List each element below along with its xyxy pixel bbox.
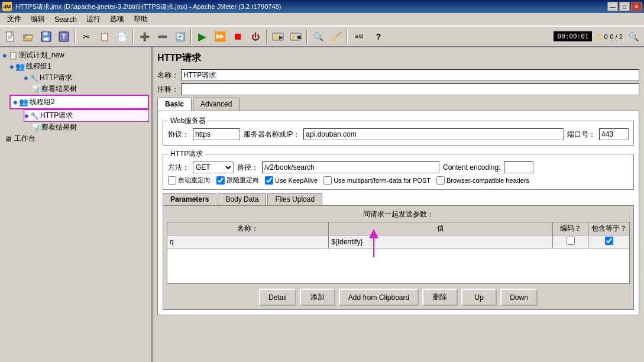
root-plan-icon: 📋 bbox=[8, 51, 18, 60]
encoding-input[interactable] bbox=[504, 161, 533, 173]
checkbox-multipart[interactable]: Use multipart/form-data for POST bbox=[323, 176, 431, 185]
protocol-input[interactable] bbox=[193, 128, 240, 140]
toggle-button[interactable]: 🔄 bbox=[171, 28, 188, 45]
minimize-button[interactable]: — bbox=[607, 2, 618, 11]
add-button[interactable]: 添加 bbox=[300, 289, 335, 306]
path-input[interactable] bbox=[262, 161, 439, 173]
svg-rect-7 bbox=[43, 37, 49, 41]
listener1-icon: 📊 bbox=[32, 85, 40, 93]
http1-icon: 🔧 bbox=[30, 74, 38, 82]
delete-button[interactable]: 删除 bbox=[422, 289, 458, 306]
tree-http2[interactable]: ◆ 🔧 HTTP请求 bbox=[24, 109, 149, 122]
menu-bar: 文件 编辑 Search 运行 选项 帮助 bbox=[0, 13, 644, 26]
copy-button[interactable]: 📋 bbox=[96, 28, 112, 45]
remote-stop-button[interactable]: ⚡⏹ bbox=[287, 28, 304, 45]
menu-search[interactable]: Search bbox=[50, 14, 82, 25]
tree-workbench[interactable]: 🖥 工作台 bbox=[2, 133, 149, 144]
warning-count: 0 bbox=[604, 33, 607, 40]
up-button[interactable]: Up bbox=[461, 289, 497, 306]
main-tabs: Basic Advanced bbox=[157, 98, 639, 111]
stop-button[interactable]: ⏹ bbox=[229, 28, 246, 45]
name-input[interactable] bbox=[181, 69, 639, 81]
collapse-button[interactable]: ➖ bbox=[154, 28, 170, 45]
zoom-button[interactable]: 🔍 bbox=[625, 28, 642, 45]
tree-root[interactable]: ◆ 📋 测试计划_new bbox=[2, 50, 149, 61]
tree-threadgroup1[interactable]: ◆ 👥 线程组1 bbox=[9, 61, 149, 72]
remote-start-button[interactable]: ⚡▶ bbox=[270, 28, 286, 45]
panel-title: HTTP请求 bbox=[157, 52, 639, 64]
add-from-clipboard-button[interactable]: Add from Clipboard bbox=[339, 289, 419, 306]
http1-diamond-icon: ◆ bbox=[24, 75, 28, 81]
subtab-bodydata[interactable]: Body Data bbox=[218, 193, 266, 205]
menu-edit[interactable]: 编辑 bbox=[26, 13, 50, 25]
tree-threadgroup2-label: 线程组2 bbox=[30, 97, 55, 107]
webserver-legend: Web服务器 bbox=[168, 116, 208, 126]
tree-http1[interactable]: ◆ 🔧 HTTP请求 bbox=[24, 72, 149, 83]
server-input[interactable] bbox=[303, 128, 564, 140]
param-name-cell: q bbox=[167, 235, 329, 248]
elapsed-time: 00:00:01 bbox=[554, 31, 592, 41]
right-panel: HTTP请求 名称： 注释： Basic Advanced Web服务器 协议：… bbox=[153, 47, 644, 362]
search-button[interactable]: 🔍 bbox=[310, 28, 326, 45]
menu-file[interactable]: 文件 bbox=[2, 13, 26, 25]
tree-http2-label: HTTP请求 bbox=[40, 111, 73, 121]
subtab-filesupload[interactable]: Files Upload bbox=[267, 193, 322, 205]
tab-advanced[interactable]: Advanced bbox=[193, 98, 240, 111]
col-value: 值 bbox=[329, 222, 553, 235]
sample-count: 0 / 2 bbox=[610, 33, 623, 40]
col-encoded: 编码？ bbox=[553, 222, 588, 235]
port-input[interactable] bbox=[599, 128, 629, 140]
tree-http1-label: HTTP请求 bbox=[40, 73, 72, 83]
checkbox-keepalive[interactable]: Use KeepAlive bbox=[265, 176, 318, 185]
save-template-button[interactable]: T bbox=[56, 28, 72, 45]
paste-button[interactable]: 📄 bbox=[114, 28, 130, 45]
function-list-button[interactable]: ≡⚙ bbox=[350, 28, 369, 45]
detail-button[interactable]: Detail bbox=[259, 289, 296, 306]
param-value-cell: ${Identify} bbox=[329, 235, 553, 248]
tg2-icon: 👥 bbox=[19, 98, 28, 106]
method-label: 方法： bbox=[168, 163, 189, 173]
clear-button[interactable]: 🧹 bbox=[328, 28, 344, 45]
close-button[interactable]: ✕ bbox=[631, 2, 642, 11]
tree-listener2[interactable]: 📊 察看结果树 bbox=[24, 122, 149, 133]
httprequest-group: HTTP请求 方法： GET POST PUT DELETE 路径： Conte… bbox=[163, 149, 634, 190]
start-button[interactable]: ▶ bbox=[194, 28, 211, 45]
maximize-button[interactable]: □ bbox=[619, 2, 630, 11]
checkbox-auto-redirect[interactable]: 自动重定向 bbox=[168, 176, 211, 185]
webserver-group: Web服务器 协议： 服务器名称或IP： 端口号： bbox=[163, 116, 634, 146]
toolbar: T ✂ 📋 📄 ➕ ➖ 🔄 ▶ ⏩ ⏹ ⏻ ⚡▶ ⚡⏹ 🔍 🧹 ≡⚙ ? 00:… bbox=[0, 26, 644, 47]
tree-listener1[interactable]: 📊 察看结果树 bbox=[24, 83, 149, 95]
menu-options[interactable]: 选项 bbox=[105, 13, 129, 25]
method-select[interactable]: GET POST PUT DELETE bbox=[193, 161, 234, 173]
tab-basic[interactable]: Basic bbox=[157, 98, 192, 111]
tg1-icon: 👥 bbox=[15, 62, 25, 71]
down-button[interactable]: Down bbox=[500, 289, 538, 306]
tree-threadgroup2[interactable]: ◆ 👥 线程组2 bbox=[9, 95, 149, 109]
tree-panel: ◆ 📋 测试计划_new ◆ 👥 线程组1 ◆ 🔧 HTTP请求 📊 察看结果树 bbox=[0, 47, 153, 362]
comment-input[interactable] bbox=[181, 83, 639, 95]
tree-workbench-label: 工作台 bbox=[14, 134, 35, 144]
params-table: 名称： 值 编码？ 包含等于？ q ${Identify} bbox=[167, 222, 630, 248]
menu-run[interactable]: 运行 bbox=[82, 13, 105, 25]
checkbox-follow-redirect[interactable]: 跟随重定向 bbox=[216, 176, 259, 185]
listener2-icon: 📊 bbox=[32, 124, 40, 131]
subtab-parameters[interactable]: Parameters bbox=[163, 193, 216, 205]
expand-button[interactable]: ➕ bbox=[136, 28, 153, 45]
help-button[interactable]: ? bbox=[370, 28, 387, 45]
shutdown-button[interactable]: ⏻ bbox=[247, 28, 264, 45]
tg2-diamond-icon: ◆ bbox=[13, 99, 18, 105]
new-button[interactable] bbox=[2, 28, 19, 45]
tree-root-label: 测试计划_new bbox=[19, 50, 64, 60]
save-button[interactable] bbox=[38, 28, 54, 45]
start-nopause-button[interactable]: ⏩ bbox=[212, 28, 228, 45]
cut-button[interactable]: ✂ bbox=[78, 28, 95, 45]
param-equals-cell[interactable] bbox=[588, 235, 630, 248]
svg-text:⚡⏹: ⚡⏹ bbox=[290, 34, 302, 41]
comment-label: 注释： bbox=[157, 85, 181, 95]
title-bar: JM HTTPS请求.jmx (D:\apache-jmeter-3.2\bin… bbox=[0, 0, 644, 13]
menu-help[interactable]: 帮助 bbox=[129, 13, 153, 25]
open-button[interactable] bbox=[20, 28, 37, 45]
checkbox-browser-headers[interactable]: Browser-compatible headers bbox=[436, 176, 529, 185]
http2-icon: 🔧 bbox=[30, 112, 39, 120]
param-encoded-cell[interactable] bbox=[553, 235, 588, 248]
